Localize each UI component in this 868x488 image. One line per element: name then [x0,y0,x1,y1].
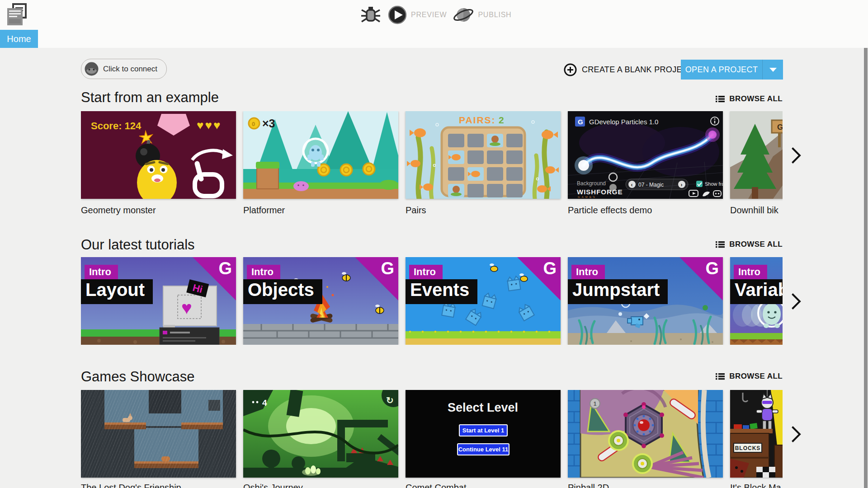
card-its-block[interactable]: BLOCKS [730,390,783,478]
card-label-pairs[interactable]: Pairs [406,205,426,216]
top-toolbar: PREVIEW PUBLISH Home [0,0,868,48]
card-particle-effects[interactable]: G GDevelop Particles 1.0 Background ‹ 07… [568,111,723,199]
card-geometry-monster[interactable]: Score: 124 ♥♥♥ [81,111,236,199]
examples-section-title: Start from an example [81,89,219,106]
project-manager-icon[interactable] [5,3,29,27]
card-label-platformer[interactable]: Platformer [243,205,285,216]
debugger-icon[interactable] [360,5,382,25]
brand-sub-label: GAMES [578,196,597,198]
profile-face-icon [85,62,99,76]
open-project-dropdown[interactable] [763,60,783,80]
gdevelop-logo-icon: G [705,259,719,278]
chevron-down-icon [769,68,777,72]
card-downhill[interactable]: G [730,111,783,199]
background-label: Background [577,180,606,187]
card-label-particle[interactable]: Particle effects demo [568,205,652,216]
card-label-oshi[interactable]: Oshi's Journey [243,483,303,488]
show-frame-label: Show frame [705,181,723,187]
card-label-its-block[interactable]: It's Block Ma [730,483,781,488]
open-project-button[interactable]: OPEN A PROJECT [681,60,783,80]
create-blank-project-button[interactable]: CREATE A BLANK PROJECT [564,60,693,80]
tab-home-label: Home [7,34,31,44]
tutorial-tag: Intro [734,265,767,280]
card-label-lost-dog[interactable]: The Lost Dog's Frienship [81,483,181,488]
tutorial-title: Variab [730,279,783,304]
card-pairs[interactable]: PAIRS: 2 [406,111,561,199]
tutorials-browse-all[interactable]: BROWSE ALL [716,239,783,250]
play-icon [388,5,407,24]
card-label-pinball[interactable]: Pinball 2D [568,483,609,488]
svg-text:♥: ♥ [181,298,192,318]
browse-all-label: BROWSE ALL [729,94,783,103]
score-text: Score: 124 [91,120,142,131]
gdevelop-logo-icon: G [543,259,557,278]
preset-label: 07 - Magic [638,182,664,188]
list-icon [716,373,725,380]
open-project-label: OPEN A PROJECT [681,60,762,80]
card-pinball[interactable]: 1 [568,390,723,478]
tutorials-row: ♥ Hi Intro Layout G [81,257,783,345]
examples-row: Score: 124 ♥♥♥ [81,111,783,220]
tutorials-next-arrow[interactable] [788,292,804,310]
tutorial-tag: Intro [409,265,443,280]
create-blank-label: CREATE A BLANK PROJECT [582,65,693,75]
blocks-sign: BLOCKS [735,445,761,451]
rain-overlay [81,390,236,478]
continue-level-button: Continue Level 11 [458,446,509,453]
gdevelop-home-screen: PREVIEW PUBLISH Home [0,0,868,488]
card-lost-dog[interactable] [81,390,236,478]
showcase-browse-all[interactable]: BROWSE ALL [716,371,783,382]
examples-next-arrow[interactable] [788,146,804,164]
pairs-title: PAIRS: [459,115,496,125]
hearts-icon: ♥♥♥ [197,118,222,132]
gdevelop-logo-icon: G [218,259,232,278]
preset-prev-icon: ‹ [631,182,633,188]
card-tutorial-jumpstart[interactable]: Intro Jumpstart G [568,257,723,345]
start-level-button: Start at Level 1 [462,427,505,434]
lives-counter: 4 [262,398,267,408]
tutorial-title: Events [406,279,477,304]
scrollbar-thumb[interactable] [864,48,868,488]
card-tutorial-events[interactable]: Intro Events G [406,257,561,345]
particle-logo-letter: G [578,118,583,126]
examples-browse-all[interactable]: BROWSE ALL [716,93,783,105]
showcase-next-arrow[interactable] [788,425,804,443]
tutorial-title: Objects [243,279,322,304]
tab-home[interactable]: Home [0,30,38,48]
tutorial-title: Jumpstart [568,279,668,304]
tutorial-title: Layout [81,279,153,304]
card-oshis-journey[interactable]: 4 ↻ [243,390,398,478]
sign-letter: G [777,123,783,131]
browse-all-label: BROWSE ALL [729,240,783,249]
card-label-downhill[interactable]: Downhill bik [730,205,778,216]
plus-circle-icon [564,63,577,76]
card-tutorial-layout[interactable]: ♥ Hi Intro Layout G [81,257,236,345]
preview-label: PREVIEW [411,11,447,19]
list-icon [716,95,725,103]
pinball-ball-number: 1 [594,401,597,407]
publish-label: PUBLISH [478,11,511,19]
list-icon [716,241,725,248]
preset-next-icon: › [681,182,683,188]
card-label-geometry-monster[interactable]: Geometry monster [81,205,156,216]
showcase-section-title: Games Showcase [81,369,195,385]
pairs-count: 2 [499,115,504,125]
tutorial-tag: Intro [247,265,280,280]
browse-all-label: BROWSE ALL [729,372,783,381]
select-level-heading: Select Level [448,401,518,414]
tutorials-section-title: Our latest tutorials [81,237,195,253]
tutorial-tag: Intro [571,265,605,280]
preview-button[interactable]: PREVIEW [388,5,447,24]
brand-label: WISHFORGE [577,188,623,196]
gdevelop-logo-icon: G [381,259,394,278]
connect-button[interactable]: Click to connect [81,59,167,79]
scrollbar-track[interactable] [863,48,868,488]
coin-icon-digit: 0 [252,121,255,127]
card-tutorial-variables[interactable]: +1 Intro Variab G [730,257,783,345]
card-platformer[interactable]: 0 ×3 [243,111,398,199]
publish-button[interactable]: PUBLISH [453,5,511,24]
card-label-comet[interactable]: Comet Combat [406,483,467,488]
card-tutorial-objects[interactable]: Intro Objects G [243,257,398,345]
planet-icon [453,5,474,24]
card-comet-combat[interactable]: Select Level Start at Level 1 Continue L… [406,390,561,478]
